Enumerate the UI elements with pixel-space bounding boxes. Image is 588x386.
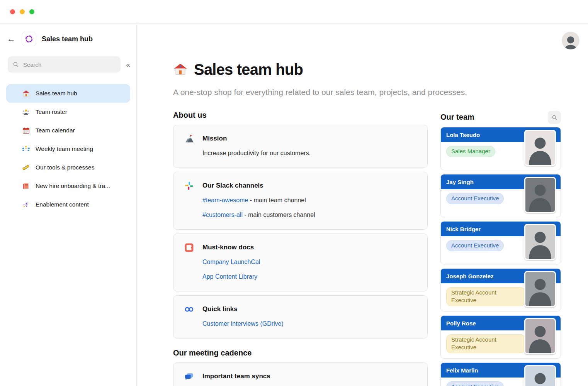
role-badge: Account Executive: [446, 381, 504, 386]
channel-description: - main customers channel: [243, 212, 315, 218]
team-member-card[interactable]: Lola Tseudo Sales Manager: [440, 127, 561, 170]
sidebar-item-sales-team-hub[interactable]: Sales team hub: [6, 84, 130, 103]
zoom-window-button[interactable]: [29, 9, 34, 14]
window-titlebar: [0, 0, 588, 24]
meeting-icon: [22, 145, 30, 153]
sidebar: ← Sales team hub « Sales team hub: [0, 24, 137, 386]
team-roster-icon: [22, 108, 30, 116]
team-member-card[interactable]: Polly Rose Strategic Account Executive: [440, 315, 561, 359]
mission-text: Increase productivity for our customers.: [202, 149, 416, 157]
doc-link[interactable]: App Content Library: [202, 273, 257, 280]
member-photo: [524, 365, 556, 386]
role-badge: Account Executive: [446, 240, 504, 251]
coda-doc-icon: [184, 243, 194, 253]
member-photo: [524, 130, 556, 166]
user-avatar[interactable]: [562, 32, 580, 49]
team-search-button[interactable]: [548, 111, 561, 124]
calendar-icon: [22, 126, 30, 135]
sidebar-search[interactable]: [8, 56, 121, 73]
close-window-button[interactable]: [10, 9, 15, 14]
mission-card: Mission Increase productivity for our cu…: [173, 125, 428, 168]
sidebar-item-team-roster[interactable]: Team roster: [6, 103, 130, 121]
newspaper-icon: [22, 182, 30, 190]
mountain-flag-icon: [184, 134, 194, 144]
page-subtitle: A one-stop shop for everything related t…: [173, 86, 561, 98]
doc-title: Sales team hub: [42, 35, 93, 43]
sidebar-item-weekly-team-meeting[interactable]: Weekly team meeting: [6, 140, 130, 158]
team-member-card[interactable]: Nick Bridger Account Executive: [440, 221, 561, 264]
slack-channels-card: Our Slack channels #team-awesome - main …: [173, 172, 428, 230]
level-tool-icon: [22, 163, 30, 172]
team-member-card[interactable]: Joseph Gonzelez Strategic Account Execut…: [440, 268, 561, 312]
member-photo: [524, 271, 556, 307]
sidebar-item-our-tools-processes[interactable]: Our tools & processes: [6, 158, 130, 177]
channel-description: - main team channel: [248, 197, 306, 203]
role-badge: Account Executive: [446, 193, 504, 204]
rocket-icon: [22, 200, 30, 209]
minimize-window-button[interactable]: [20, 9, 25, 14]
card-title: Our Slack channels: [202, 181, 416, 190]
member-photo: [524, 177, 556, 213]
page-title: Sales team hub: [194, 61, 303, 78]
our-team-heading: Our team: [440, 113, 474, 122]
card-title: Must-know docs: [202, 243, 416, 252]
main-content: Sales team hub A one-stop shop for every…: [137, 24, 588, 386]
sidebar-nav: Sales team hub Team roster Team calendar…: [0, 79, 136, 214]
back-icon[interactable]: ←: [7, 34, 18, 44]
role-badge: Strategic Account Executive: [446, 287, 525, 306]
sidebar-item-team-calendar[interactable]: Team calendar: [6, 121, 130, 140]
team-panel: Our team Lola Tseudo Sales Manager Jay S…: [440, 111, 561, 386]
chat-bubbles-icon: [184, 372, 194, 382]
slack-channel-link[interactable]: #customers-all: [202, 212, 243, 218]
member-name: Jay Singh: [446, 179, 474, 185]
member-name: Polly Rose: [446, 320, 476, 327]
collapse-sidebar-icon[interactable]: «: [126, 60, 130, 69]
doc-link[interactable]: Company LaunchCal: [202, 259, 260, 265]
search-input[interactable]: [23, 61, 116, 68]
search-icon: [12, 61, 19, 68]
house-icon: [22, 89, 30, 98]
quick-links-icon: [184, 305, 194, 315]
card-title: Mission: [202, 134, 416, 143]
team-member-card[interactable]: Jay Singh Account Executive: [440, 174, 561, 217]
card-title: Important team syncs: [202, 372, 416, 381]
member-name: Joseph Gonzelez: [446, 273, 494, 279]
search-icon: [551, 114, 558, 121]
team-member-card[interactable]: Felix Marlin Account Executive: [440, 362, 561, 386]
member-photo: [524, 318, 556, 354]
member-name: Felix Marlin: [446, 367, 478, 374]
member-photo: [524, 224, 556, 260]
member-name: Lola Tseudo: [446, 132, 480, 138]
doc-logo-icon: [22, 32, 36, 46]
slack-channel-link[interactable]: #team-awesome: [202, 197, 248, 203]
meeting-cadence-heading: Our meeting cadence: [173, 349, 428, 358]
house-icon: [173, 62, 188, 77]
role-badge: Sales Manager: [446, 146, 495, 157]
member-name: Nick Bridger: [446, 226, 481, 232]
quick-links-card: Quick links Customer interviews (GDrive): [173, 295, 428, 339]
slack-icon: [184, 181, 194, 191]
quick-link[interactable]: Customer interviews (GDrive): [202, 320, 284, 327]
must-know-docs-card: Must-know docs Company LaunchCal App Con…: [173, 234, 428, 291]
card-title: Quick links: [202, 305, 416, 313]
role-badge: Strategic Account Executive: [446, 334, 525, 353]
sidebar-item-new-hire-onboarding[interactable]: New hire onboarding & tra...: [6, 177, 130, 195]
about-us-heading: About us: [173, 111, 428, 120]
sidebar-item-enablement-content[interactable]: Enablement content: [6, 195, 130, 214]
team-syncs-card: Important team syncs Weekly team meeting…: [173, 362, 428, 386]
app-window: ← Sales team hub « Sales team hub: [0, 0, 588, 386]
